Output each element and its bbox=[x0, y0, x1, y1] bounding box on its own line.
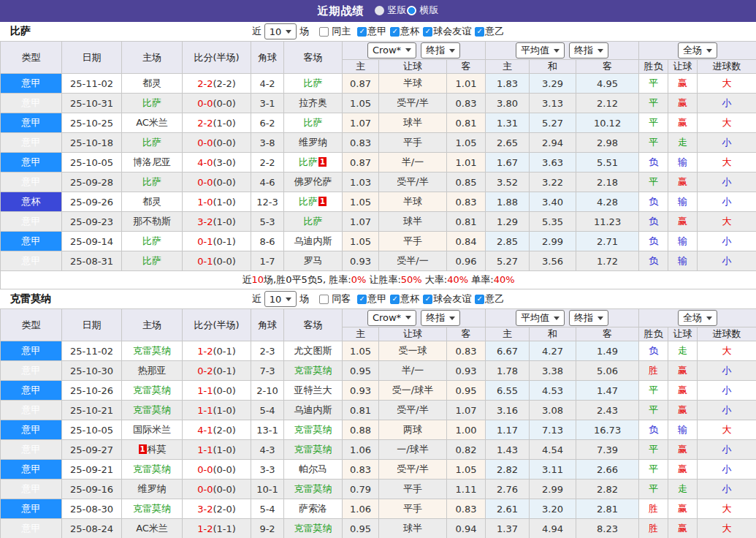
bookmaker-select[interactable]: Crow* bbox=[367, 310, 416, 326]
score-cell: 0-0(0-0) bbox=[183, 173, 251, 192]
checkbox-checked-icon: ✓ bbox=[390, 27, 400, 37]
result-handicap: 赢 bbox=[668, 212, 698, 232]
result-handicap: 赢 bbox=[668, 381, 698, 401]
crown-home-odds: 0.83 bbox=[343, 460, 379, 480]
corner-cell: 5-3 bbox=[251, 212, 284, 232]
avg-home-odds: 1.29 bbox=[486, 212, 530, 232]
col-corner: 角球 bbox=[251, 309, 284, 341]
col-avg-home: 主 bbox=[486, 60, 530, 74]
fulltime-score: 2-2 bbox=[197, 118, 213, 129]
crown-away-odds: 1.05 bbox=[447, 133, 486, 153]
away-team: 比萨1 bbox=[284, 192, 343, 212]
result-goals: 大 bbox=[698, 113, 756, 133]
away-team: 维罗纳 bbox=[284, 133, 343, 153]
team-label: 热那亚 bbox=[138, 365, 167, 376]
corner-cell: 12-3 bbox=[251, 192, 284, 212]
avg-home-odds: 6.55 bbox=[486, 381, 530, 401]
home-team: 克雷莫纳 bbox=[122, 460, 183, 480]
crown-handicap: 受平/半 bbox=[379, 460, 447, 480]
avg-away-odds: 1.49 bbox=[576, 341, 639, 361]
halftime-score: (3-0) bbox=[213, 157, 235, 168]
halftime-score: (1-0) bbox=[213, 444, 235, 455]
team-label: AC米兰 bbox=[136, 117, 168, 128]
avg-time-select[interactable]: 终指 bbox=[569, 310, 608, 326]
chevron-down-icon bbox=[554, 317, 560, 320]
avg-home-odds: 2.61 bbox=[486, 499, 530, 519]
fulltime-score: 0-0 bbox=[197, 98, 213, 109]
summary-text: 让胜率: bbox=[366, 274, 401, 285]
home-team: 比萨 bbox=[122, 133, 183, 153]
period-select[interactable]: 全场 bbox=[678, 310, 717, 326]
result-goals: 大 bbox=[698, 519, 756, 538]
avg-time-select[interactable]: 终指 bbox=[569, 42, 608, 58]
average-select[interactable]: 平均值 bbox=[516, 310, 565, 326]
away-team: 乌迪内斯 bbox=[284, 401, 343, 420]
avg-draw-odds: 2.99 bbox=[530, 232, 576, 251]
league-filter-label: 球会友谊 bbox=[433, 292, 471, 306]
odds-time-select[interactable]: 终指 bbox=[421, 42, 460, 58]
avg-home-odds: 1.83 bbox=[486, 74, 530, 94]
date-cell: 25-09-21 bbox=[62, 460, 122, 480]
match-count-select[interactable]: 10 bbox=[264, 291, 297, 307]
match-count-value: 10 bbox=[270, 26, 282, 37]
league-filter-checkbox[interactable]: ✓意乙 bbox=[475, 25, 504, 38]
date-cell: 25-10-30 bbox=[62, 361, 122, 381]
layout-radio-group: 竖版横版 bbox=[375, 4, 439, 18]
score-cell: 0-1(0-0) bbox=[183, 251, 251, 271]
avg-draw-odds: 3.56 bbox=[530, 251, 576, 271]
league-filter-checkbox[interactable]: ✓意乙 bbox=[475, 292, 504, 306]
avg-home-odds: 3.52 bbox=[486, 173, 530, 192]
league-filter-label: 意甲 bbox=[367, 292, 386, 306]
same-venue-checkbox[interactable] bbox=[319, 295, 329, 304]
result-wdl: 平 bbox=[639, 113, 668, 133]
layout-radio-option[interactable]: 横版 bbox=[407, 4, 439, 17]
checkbox-checked-icon: ✓ bbox=[357, 295, 367, 304]
avg-draw-odds: 4.54 bbox=[530, 440, 576, 460]
halftime-score: (0-0) bbox=[213, 385, 235, 396]
checkbox-checked-icon: ✓ bbox=[475, 295, 484, 304]
corner-cell: 7-3 bbox=[251, 361, 284, 381]
league-filter-checkbox[interactable]: ✓意杯 bbox=[390, 25, 419, 38]
match-count-select[interactable]: 10 bbox=[264, 23, 297, 39]
same-venue-label: 同主 bbox=[332, 25, 351, 38]
fulltime-score: 3-2 bbox=[197, 216, 213, 227]
avg-draw-odds: 3.29 bbox=[530, 74, 576, 94]
team-label: 佛罗伦萨 bbox=[294, 176, 332, 187]
team-name: 比萨 bbox=[10, 25, 31, 38]
score-cell: 1-2(0-1) bbox=[183, 341, 251, 361]
score-cell: 3-2(2-0) bbox=[183, 499, 251, 519]
match-row: 意甲25-09-21克雷莫纳0-0(0-0)3-3帕尔马0.83受平/半1.05… bbox=[1, 460, 756, 480]
team-label: 克雷莫纳 bbox=[294, 365, 332, 376]
avg-draw-odds: 3.11 bbox=[530, 460, 576, 480]
crown-home-odds: 0.87 bbox=[343, 153, 379, 173]
avg-home-odds: 1.67 bbox=[486, 153, 530, 173]
avg-away-odds: 2.82 bbox=[576, 480, 639, 499]
league-cell: 意甲 bbox=[1, 480, 62, 499]
match-row: 意甲25-11-02都灵2-2(2-2)4-2比萨0.87半球1.011.833… bbox=[1, 74, 756, 94]
result-wdl: 负 bbox=[639, 212, 668, 232]
same-venue-checkbox[interactable] bbox=[319, 27, 329, 37]
league-filter-checkbox[interactable]: ✓球会友谊 bbox=[423, 292, 471, 306]
summary-stat-value: 0% bbox=[351, 274, 367, 285]
crown-handicap: 平手 bbox=[379, 480, 447, 499]
league-filter-checkbox[interactable]: ✓意甲 bbox=[357, 25, 386, 38]
chevron-down-icon bbox=[405, 48, 411, 52]
fulltime-score: 1-0 bbox=[197, 197, 213, 208]
bookmaker-select-value: Crow* bbox=[373, 312, 401, 323]
halftime-score: (0-0) bbox=[213, 464, 235, 475]
home-team: 克雷莫纳 bbox=[122, 401, 183, 420]
league-filter-checkbox[interactable]: ✓意杯 bbox=[390, 292, 419, 306]
period-select[interactable]: 全场 bbox=[678, 42, 717, 58]
average-select[interactable]: 平均值 bbox=[516, 42, 565, 58]
layout-radio-option[interactable]: 竖版 bbox=[375, 4, 407, 17]
result-wdl: 负 bbox=[639, 420, 668, 440]
league-filter-checkbox[interactable]: ✓意甲 bbox=[357, 292, 386, 306]
crown-handicap: 受一球 bbox=[379, 341, 447, 361]
league-cell: 意甲 bbox=[1, 499, 62, 519]
score-cell: 0-0(0-0) bbox=[183, 460, 251, 480]
league-filter-checkbox[interactable]: ✓球会友谊 bbox=[423, 25, 471, 38]
odds-time-select[interactable]: 终指 bbox=[421, 310, 460, 326]
filter-controls: 近 10 场 同客 ✓意甲✓意杯✓球会友谊✓意乙 bbox=[252, 291, 505, 307]
avg-away-odds: 4.28 bbox=[576, 192, 639, 212]
bookmaker-select[interactable]: Crow* bbox=[367, 42, 416, 58]
